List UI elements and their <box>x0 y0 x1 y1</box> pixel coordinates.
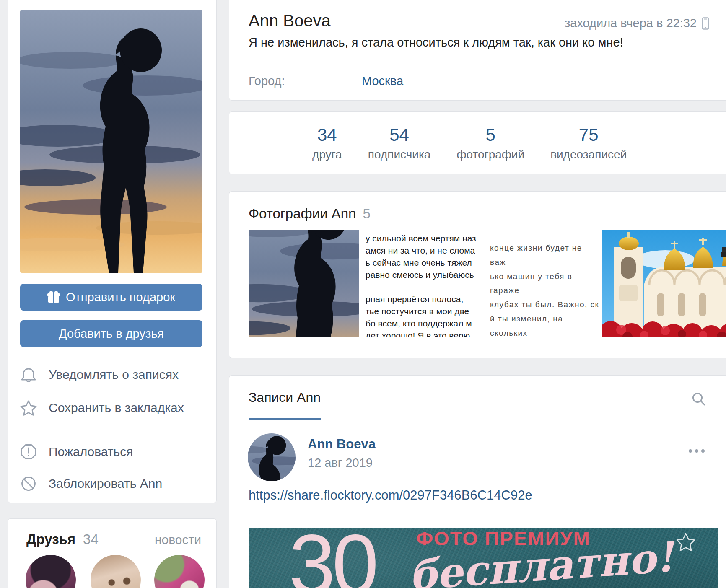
friend-avatar[interactable] <box>154 555 205 588</box>
add-friend-label: Добавить в друзья <box>59 327 164 341</box>
post-link[interactable]: https://share.flocktory.com/0297F346B6C1… <box>249 488 532 503</box>
friend-avatar[interactable] <box>91 555 141 588</box>
handwritten-text: конце жизни будет не важ ько машин у теб… <box>490 241 600 337</box>
post-author-link[interactable]: Ann Boeva <box>308 437 376 452</box>
block-user-label: Заблокировать Ann <box>49 477 162 491</box>
banner-star-icon <box>675 532 696 553</box>
profile-card: Отправить подарок Добавить в друзья Увед… <box>8 0 217 503</box>
counter-value: 54 <box>389 125 409 145</box>
profile-header-card: Ann Boeva заходила вчера в 22:32 Я не из… <box>229 0 726 101</box>
post-more-options-button[interactable] <box>689 449 705 453</box>
counter-videos[interactable]: 75 видеозаписей <box>550 125 627 161</box>
photo-thumbnail-handwritten-text[interactable]: конце жизни будет не важ ько машин у теб… <box>484 230 600 337</box>
block-icon <box>20 475 37 492</box>
counters-card: 34 друга 54 подписчика 5 фотографий 75 в… <box>229 111 726 174</box>
friends-card: Друзья 34 новости <box>8 518 217 588</box>
photos-header[interactable]: Фотографии Ann 5 <box>249 206 371 222</box>
counter-photos[interactable]: 5 фотографий <box>456 125 524 161</box>
posts-card: Записи Ann Ann Boeva 12 авг 2019 https:/… <box>229 375 726 588</box>
dot <box>695 449 698 453</box>
gift-icon <box>47 291 60 303</box>
counter-label: видеозаписей <box>550 148 627 161</box>
post-author-avatar[interactable] <box>248 433 296 481</box>
counter-label: фотографий <box>456 148 524 161</box>
report-item[interactable]: Пожаловаться <box>20 442 205 461</box>
counter-value: 34 <box>317 125 337 145</box>
post-banner-image[interactable]: 30 ФОТО ПРЕМИУМ бесплатно! <box>249 528 718 588</box>
counter-label: друга <box>312 148 342 161</box>
photos-count: 5 <box>363 206 370 222</box>
friends-count: 34 <box>83 531 99 547</box>
quote-text: у сильной всем чертям наз амся ни за что… <box>366 233 482 337</box>
banner-number: 30 <box>289 528 375 588</box>
dot <box>689 449 692 453</box>
city-label: Город: <box>249 74 362 88</box>
mobile-phone-icon <box>702 17 709 30</box>
sidebar-divider <box>20 429 205 429</box>
photo-thumbnail-church[interactable] <box>602 230 726 337</box>
counters-row: 34 друга 54 подписчика 5 фотографий 75 в… <box>312 125 627 161</box>
counter-value: 75 <box>579 125 599 145</box>
post-avatar-image <box>248 433 296 481</box>
friends-news-link[interactable]: новости <box>155 533 201 547</box>
church-image <box>602 230 726 337</box>
dot <box>701 449 705 453</box>
counter-friends[interactable]: 34 друга <box>312 125 342 161</box>
counter-label: подписчика <box>368 148 431 161</box>
profile-name: Ann Boeva <box>249 11 331 30</box>
send-gift-button[interactable]: Отправить подарок <box>20 284 202 311</box>
report-label: Пожаловаться <box>49 445 133 459</box>
friends-header: Друзья 34 новости <box>26 531 201 547</box>
header-divider <box>249 65 711 65</box>
photos-row: у сильной всем чертям наз амся ни за что… <box>249 230 726 337</box>
post-date[interactable]: 12 авг 2019 <box>308 456 373 470</box>
star-icon <box>20 399 37 416</box>
posts-header-divider <box>229 420 726 420</box>
friend-avatar[interactable] <box>26 555 76 588</box>
photos-title: Фотографии Ann <box>249 206 356 222</box>
city-link[interactable]: Москва <box>362 74 403 88</box>
last-seen-text: заходила вчера в 22:32 <box>565 16 697 30</box>
sunset-silhouette-image <box>20 10 202 273</box>
bell-icon <box>20 366 37 383</box>
report-icon <box>20 443 37 460</box>
profile-status[interactable]: Я не изменилась, я стала относиться к лю… <box>249 36 623 49</box>
profile-photo[interactable] <box>20 10 202 273</box>
friends-title[interactable]: Друзья <box>26 531 75 547</box>
photos-card: Фотографии Ann 5 у сильной всем чертям н… <box>229 191 726 358</box>
counter-followers[interactable]: 54 подписчика <box>368 125 431 161</box>
save-bookmark-label: Сохранить в закладках <box>49 401 184 415</box>
last-seen: заходила вчера в 22:32 <box>565 16 709 30</box>
photo-thumbnail-sunset[interactable] <box>249 230 359 337</box>
counter-value: 5 <box>486 125 495 145</box>
save-bookmark-item[interactable]: Сохранить в закладках <box>20 398 205 417</box>
search-icon[interactable] <box>691 391 706 407</box>
notify-posts-item[interactable]: Уведомлять о записях <box>20 365 205 384</box>
add-friend-button[interactable]: Добавить в друзья <box>20 320 202 347</box>
notify-posts-label: Уведомлять о записях <box>49 368 179 382</box>
sunset-silhouette-thumb-image <box>249 230 359 337</box>
city-row: Город: Москва <box>249 74 403 88</box>
vk-profile-page: Отправить подарок Добавить в друзья Увед… <box>0 0 726 588</box>
send-gift-label: Отправить подарок <box>66 290 175 304</box>
block-user-item[interactable]: Заблокировать Ann <box>20 474 205 493</box>
photo-thumbnail-quote-text[interactable]: у сильной всем чертям наз амся ни за что… <box>361 230 482 337</box>
posts-tab[interactable]: Записи Ann <box>249 390 321 405</box>
